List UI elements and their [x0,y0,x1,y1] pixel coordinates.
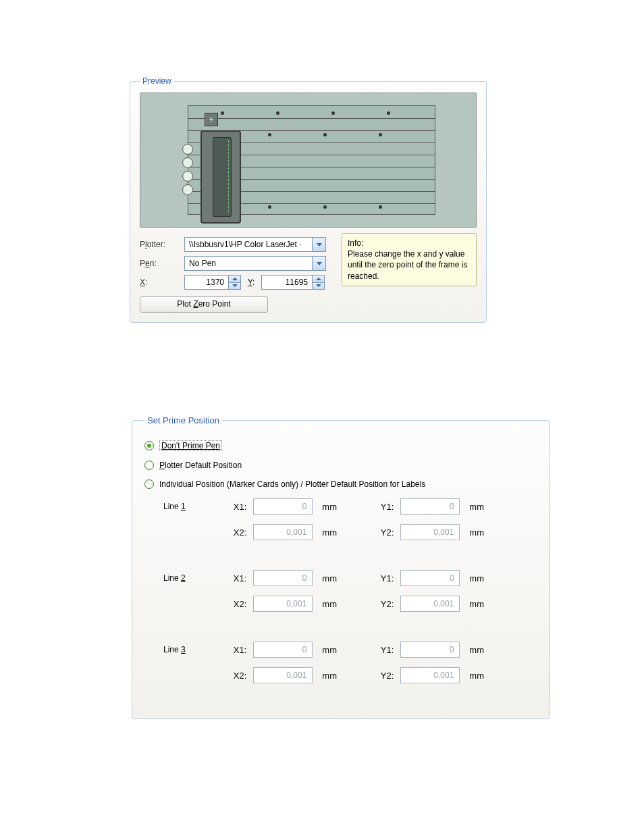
unit-label: mm [466,671,487,681]
spinner-down-icon[interactable] [313,283,324,290]
y1-input[interactable]: 0 [400,498,460,515]
y2-input[interactable]: 0,001 [400,524,460,540]
line-row: Line 3 X1: 0 mm Y1: 0 mm X2: 0,001 mm [163,642,537,693]
pen-combo-value: No Pen [185,257,312,270]
y1-label: Y1: [373,645,394,655]
prime-position-group: Set Prime Position Don't Prime Pen Plott… [132,415,550,719]
preview-group: Preview + [130,76,487,323]
radio-dont-prime-pen[interactable]: Don't Prime Pen [144,440,537,451]
chevron-down-icon[interactable] [312,257,325,270]
y1-label: Y1: [373,573,394,583]
x1-label: X1: [226,573,246,583]
radio-label: Don't Prime Pen [159,440,222,451]
line-label: Line 2 [163,570,224,583]
info-title: Info: [348,238,471,249]
y1-label: Y1: [373,502,394,512]
unit-label: mm [319,671,340,681]
y2-input[interactable]: 0,001 [400,596,460,612]
y2-label: Y2: [373,599,394,609]
plotter-label: Plotter: [140,240,180,249]
info-box: Info: Please change the x and y value un… [342,233,477,286]
radio-plotter-default[interactable]: Plotter Default Position [144,461,537,470]
x1-label: X1: [226,645,246,655]
radio-label: Individual Position (Marker Cards only) … [159,479,425,489]
x2-input[interactable]: 0,001 [253,524,313,540]
unit-label: mm [466,502,487,512]
preview-plate: + [188,105,435,215]
x2-label: X2: [226,599,246,609]
unit-label: mm [319,599,340,609]
x2-input[interactable]: 0,001 [253,596,313,612]
radio-individual-position[interactable]: Individual Position (Marker Cards only) … [144,479,537,489]
y1-input[interactable]: 0 [400,570,460,586]
prime-legend: Set Prime Position [144,415,222,425]
y-label: Y: [245,278,257,287]
line-label: Line 1 [163,498,224,511]
y-spinner[interactable]: 11695 [261,275,325,290]
preview-legend: Preview [140,76,174,86]
radio-icon[interactable] [144,479,154,489]
preview-canvas: + [140,93,477,228]
plotter-combo-value: \\Isbbusrv1\HP Color LaserJet · [185,238,312,251]
pen-combo[interactable]: No Pen [184,256,326,271]
line-row: Line 2 X1: 0 mm Y1: 0 mm X2: 0,001 mm [163,570,537,621]
x2-label: X2: [226,671,246,681]
unit-label: mm [319,645,340,655]
preview-module: + [200,130,241,224]
y2-label: Y2: [373,527,394,538]
radio-label: Plotter Default Position [159,461,242,470]
y2-input[interactable]: 0,001 [400,667,460,683]
unit-label: mm [466,573,487,583]
radio-icon[interactable] [144,441,154,450]
x-spinner[interactable]: 1370 [184,275,241,290]
spinner-up-icon[interactable] [313,276,324,283]
x1-input[interactable]: 0 [253,498,313,515]
unit-label: mm [319,527,340,538]
x1-label: X1: [226,502,246,512]
x2-label: X2: [226,527,246,538]
pen-label: Pen: [140,259,180,268]
spinner-up-icon[interactable] [229,276,240,283]
unit-label: mm [466,527,487,538]
y1-input[interactable]: 0 [400,642,460,658]
x1-input[interactable]: 0 [253,642,313,658]
x-value: 1370 [185,276,228,289]
plot-zero-point-button[interactable]: Plot Zero Point [140,296,268,313]
line-row: Line 1 X1: 0 mm Y1: 0 mm X2: 0,001 mm [163,498,537,550]
chevron-down-icon[interactable] [312,238,325,251]
x1-input[interactable]: 0 [253,570,313,586]
zero-marker-icon: + [205,113,218,126]
unit-label: mm [466,599,487,609]
radio-icon[interactable] [144,461,154,470]
unit-label: mm [466,645,487,655]
plotter-combo[interactable]: \\Isbbusrv1\HP Color LaserJet · [184,237,326,252]
line-label: Line 3 [163,642,224,654]
y2-label: Y2: [373,671,394,681]
unit-label: mm [319,502,340,512]
x-label: X: [140,278,180,287]
y-value: 11695 [262,276,312,289]
unit-label: mm [319,573,340,583]
info-text: Please change the x and y value until th… [348,249,471,282]
spinner-down-icon[interactable] [229,283,240,290]
x2-input[interactable]: 0,001 [253,667,313,683]
